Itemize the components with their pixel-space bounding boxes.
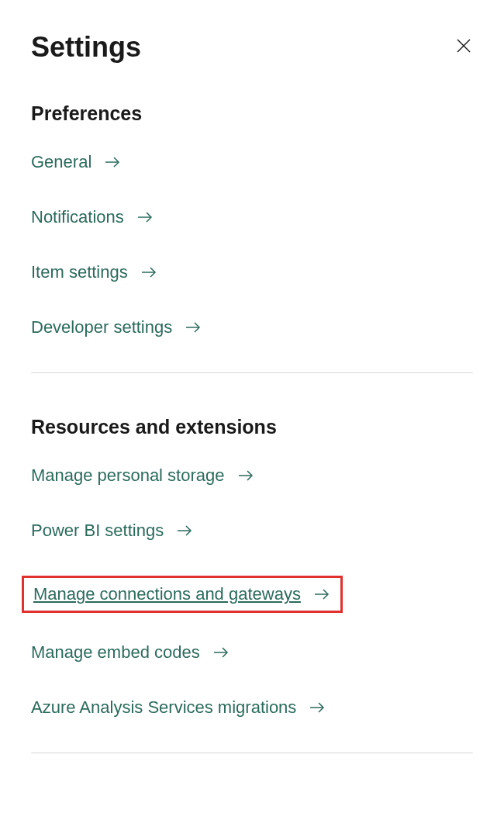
link-azure-analysis-migrations[interactable]: Azure Analysis Services migrations: [31, 697, 473, 718]
link-label: General: [31, 152, 91, 172]
section-divider: [31, 372, 473, 373]
link-manage-personal-storage[interactable]: Manage personal storage: [31, 465, 473, 486]
link-manage-connections-gateways[interactable]: Manage connections and gateways: [22, 576, 343, 613]
close-icon: [454, 36, 473, 60]
link-developer-settings[interactable]: Developer settings: [31, 317, 473, 337]
arrow-right-icon: [308, 698, 326, 717]
link-item-settings[interactable]: Item settings: [31, 262, 473, 282]
link-general[interactable]: General: [31, 152, 473, 172]
page-title: Settings: [31, 31, 141, 64]
section-title-resources: Resources and extensions: [31, 416, 473, 438]
link-label: Manage embed codes: [31, 642, 200, 663]
settings-header: Settings: [31, 31, 473, 64]
section-divider: [31, 753, 473, 753]
arrow-right-icon: [312, 585, 331, 604]
link-power-bi-settings[interactable]: Power BI settings: [31, 521, 473, 541]
resources-section: Resources and extensions Manage personal…: [31, 416, 473, 718]
section-title-preferences: Preferences: [31, 102, 473, 125]
link-manage-embed-codes[interactable]: Manage embed codes: [31, 642, 473, 663]
link-label: Azure Analysis Services migrations: [31, 697, 296, 718]
arrow-right-icon: [212, 643, 230, 662]
link-label: Manage connections and gateways: [33, 584, 301, 604]
link-label: Notifications: [31, 207, 124, 227]
link-label: Item settings: [31, 262, 128, 282]
link-label: Power BI settings: [31, 521, 164, 541]
preferences-section: Preferences General Notifications Item s…: [31, 102, 473, 337]
link-label: Manage personal storage: [31, 465, 225, 486]
arrow-right-icon: [140, 263, 158, 282]
arrow-right-icon: [103, 153, 122, 171]
link-notifications[interactable]: Notifications: [31, 207, 473, 227]
arrow-right-icon: [236, 466, 255, 485]
arrow-right-icon: [136, 208, 154, 227]
arrow-right-icon: [184, 318, 202, 337]
close-button[interactable]: [454, 36, 473, 59]
arrow-right-icon: [175, 521, 194, 540]
link-label: Developer settings: [31, 317, 172, 337]
